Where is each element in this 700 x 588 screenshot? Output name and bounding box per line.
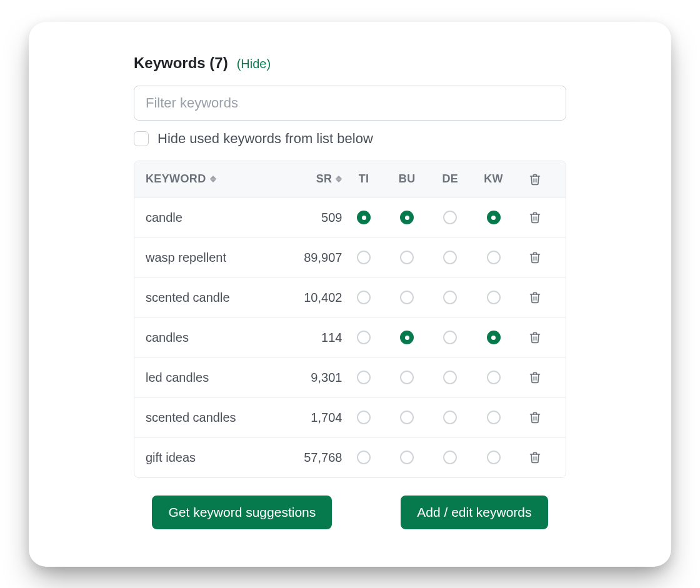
radio-bu[interactable]	[400, 371, 414, 384]
col-ti: TI	[342, 172, 385, 186]
section-header: Keywords (7) (Hide)	[69, 54, 631, 72]
radio-bu[interactable]	[400, 411, 414, 424]
radio-ti[interactable]	[357, 251, 371, 264]
col-bu: BU	[386, 172, 429, 186]
radio-de[interactable]	[443, 291, 457, 304]
radio-de[interactable]	[443, 411, 457, 424]
col-bu-label: BU	[399, 172, 416, 186]
cell-kw	[472, 331, 515, 344]
cell-kw	[472, 291, 515, 304]
col-sr-label: SR	[316, 172, 332, 186]
cell-ti	[342, 211, 385, 224]
trash-icon[interactable]	[528, 172, 542, 186]
cell-bu	[386, 251, 429, 264]
hide-used-checkbox[interactable]	[134, 131, 149, 146]
radio-bu[interactable]	[400, 251, 414, 264]
hide-link[interactable]: (Hide)	[237, 57, 271, 71]
add-edit-keywords-button[interactable]: Add / edit keywords	[401, 496, 548, 529]
radio-kw[interactable]	[487, 331, 501, 344]
cell-de	[429, 411, 472, 424]
trash-icon[interactable]	[528, 211, 542, 224]
trash-icon[interactable]	[528, 411, 542, 424]
hide-used-row: Hide used keywords from list below	[69, 131, 631, 147]
cell-keyword: wasp repellent	[146, 251, 271, 265]
cell-ti	[342, 411, 385, 424]
col-de-label: DE	[442, 172, 458, 186]
radio-ti[interactable]	[357, 411, 371, 424]
radio-bu[interactable]	[400, 211, 414, 224]
radio-bu[interactable]	[400, 451, 414, 464]
cell-delete	[515, 451, 554, 464]
keyword-text: wasp repellent	[146, 251, 226, 265]
sr-value: 114	[321, 331, 342, 345]
cell-de	[429, 291, 472, 304]
cell-delete	[515, 411, 554, 424]
cell-keyword: candles	[146, 331, 271, 345]
trash-icon[interactable]	[528, 371, 542, 384]
radio-de[interactable]	[443, 371, 457, 384]
trash-icon[interactable]	[528, 251, 542, 264]
sr-value: 509	[321, 211, 342, 225]
keyword-text: scented candle	[146, 291, 230, 305]
col-sr[interactable]: SR	[271, 172, 342, 186]
trash-icon[interactable]	[528, 451, 542, 464]
cell-kw	[472, 451, 515, 464]
col-kw: KW	[472, 172, 515, 186]
cell-sr: 57,768	[271, 451, 342, 465]
radio-de[interactable]	[443, 331, 457, 344]
table-row: candles114	[134, 317, 566, 357]
radio-kw[interactable]	[487, 291, 501, 304]
col-keyword[interactable]: KEYWORD	[146, 172, 271, 186]
cell-sr: 10,402	[271, 291, 342, 305]
filter-input[interactable]	[134, 86, 566, 121]
cell-keyword: gift ideas	[146, 451, 271, 465]
keywords-table: KEYWORD SR TI BU DE KW candle509wasp rep…	[134, 161, 566, 478]
cell-ti	[342, 331, 385, 344]
cell-bu	[386, 331, 429, 344]
col-de: DE	[429, 172, 472, 186]
radio-ti[interactable]	[357, 331, 371, 344]
radio-bu[interactable]	[400, 331, 414, 344]
cell-kw	[472, 371, 515, 384]
cell-de	[429, 211, 472, 224]
radio-ti[interactable]	[357, 211, 371, 224]
radio-kw[interactable]	[487, 411, 501, 424]
cell-delete	[515, 211, 554, 224]
radio-bu[interactable]	[400, 291, 414, 304]
cell-ti	[342, 251, 385, 264]
cell-bu	[386, 371, 429, 384]
trash-icon[interactable]	[528, 291, 542, 304]
cell-delete	[515, 291, 554, 304]
radio-kw[interactable]	[487, 211, 501, 224]
radio-kw[interactable]	[487, 451, 501, 464]
trash-icon[interactable]	[528, 331, 542, 344]
col-ti-label: TI	[359, 172, 369, 186]
radio-ti[interactable]	[357, 291, 371, 304]
keyword-text: gift ideas	[146, 451, 196, 465]
radio-de[interactable]	[443, 211, 457, 224]
radio-kw[interactable]	[487, 371, 501, 384]
radio-ti[interactable]	[357, 371, 371, 384]
radio-de[interactable]	[443, 451, 457, 464]
cell-ti	[342, 451, 385, 464]
cell-keyword: led candles	[146, 371, 271, 385]
cell-ti	[342, 291, 385, 304]
cell-bu	[386, 411, 429, 424]
keyword-text: scented candles	[146, 411, 236, 425]
col-kw-label: KW	[484, 172, 503, 186]
cell-delete	[515, 331, 554, 344]
radio-de[interactable]	[443, 251, 457, 264]
radio-ti[interactable]	[357, 451, 371, 464]
keyword-text: candles	[146, 331, 189, 345]
sr-value: 9,301	[311, 371, 342, 385]
radio-kw[interactable]	[487, 251, 501, 264]
cell-de	[429, 371, 472, 384]
sr-value: 10,402	[304, 291, 342, 305]
table-row: gift ideas57,768	[134, 437, 566, 477]
cell-sr: 9,301	[271, 371, 342, 385]
col-delete[interactable]	[515, 172, 554, 186]
sr-value: 1,704	[311, 411, 342, 425]
get-suggestions-button[interactable]: Get keyword suggestions	[152, 496, 332, 529]
hide-used-label: Hide used keywords from list below	[158, 131, 373, 147]
keyword-text: led candles	[146, 371, 209, 385]
